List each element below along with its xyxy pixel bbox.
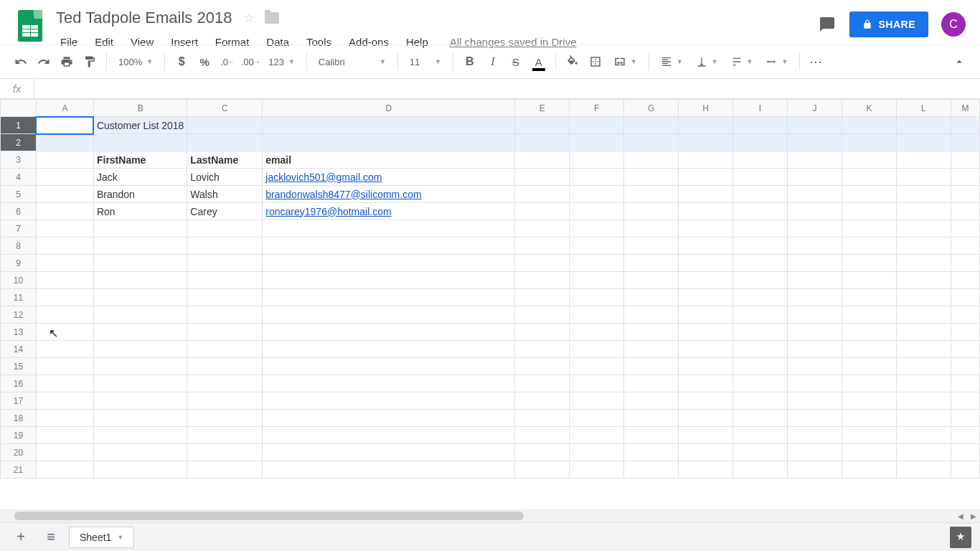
cell[interactable] — [679, 461, 733, 479]
cell[interactable] — [733, 461, 788, 479]
cell[interactable] — [733, 444, 788, 461]
cell[interactable] — [515, 117, 570, 134]
cell[interactable]: roncarey1976@hotmail.com — [263, 203, 515, 220]
cell[interactable] — [187, 427, 263, 444]
cell[interactable] — [263, 220, 515, 237]
row-header[interactable]: 3 — [1, 151, 37, 169]
column-header[interactable]: I — [733, 100, 788, 117]
row-header[interactable]: 15 — [1, 358, 37, 375]
row-header[interactable]: 7 — [1, 220, 37, 237]
cell[interactable] — [93, 341, 187, 358]
cell[interactable] — [733, 410, 788, 427]
cell[interactable] — [624, 255, 679, 272]
cell[interactable] — [624, 151, 679, 169]
cell[interactable] — [951, 255, 979, 272]
cell[interactable] — [788, 375, 842, 392]
cell[interactable] — [570, 358, 624, 375]
comments-icon[interactable] — [818, 15, 837, 34]
cell[interactable] — [36, 134, 93, 151]
cell[interactable] — [36, 358, 93, 375]
cell[interactable] — [187, 410, 263, 427]
undo-button[interactable] — [10, 51, 32, 72]
cell[interactable] — [788, 306, 842, 324]
cell[interactable] — [733, 358, 788, 375]
cell[interactable] — [263, 392, 515, 410]
row-header[interactable]: 6 — [1, 203, 37, 220]
borders-button[interactable] — [585, 51, 606, 72]
cell[interactable] — [93, 392, 187, 410]
cell[interactable] — [842, 289, 896, 306]
row-header[interactable]: 10 — [1, 272, 37, 289]
cell[interactable] — [515, 324, 570, 341]
row-header[interactable]: 5 — [1, 186, 37, 203]
cell[interactable] — [570, 186, 624, 203]
cell[interactable] — [570, 341, 624, 358]
cell[interactable] — [187, 341, 263, 358]
cell[interactable] — [570, 427, 624, 444]
percent-button[interactable]: % — [194, 51, 215, 72]
cell[interactable] — [842, 203, 896, 220]
cell[interactable] — [788, 203, 842, 220]
text-color-button[interactable]: A — [528, 51, 550, 72]
font-size-dropdown[interactable]: 11▼ — [404, 51, 447, 72]
cell[interactable] — [36, 392, 93, 410]
cell[interactable] — [842, 151, 896, 169]
cell[interactable] — [842, 427, 896, 444]
row-header[interactable]: 4 — [1, 169, 37, 186]
cell[interactable] — [951, 169, 979, 186]
cell[interactable] — [679, 444, 733, 461]
cell[interactable] — [570, 169, 624, 186]
cell[interactable] — [36, 186, 93, 203]
cell[interactable] — [679, 306, 733, 324]
cell[interactable] — [93, 237, 187, 255]
cell[interactable] — [263, 444, 515, 461]
cell[interactable] — [93, 272, 187, 289]
row-header[interactable]: 19 — [1, 427, 37, 444]
cell[interactable] — [36, 117, 93, 134]
cell[interactable] — [570, 444, 624, 461]
row-header[interactable]: 13 — [1, 324, 37, 341]
cell[interactable] — [788, 151, 842, 169]
cell[interactable] — [36, 427, 93, 444]
cell[interactable] — [624, 461, 679, 479]
cell[interactable] — [93, 255, 187, 272]
cell[interactable] — [624, 272, 679, 289]
cell[interactable] — [36, 410, 93, 427]
cell[interactable] — [515, 427, 570, 444]
cell[interactable] — [951, 117, 979, 134]
cell[interactable] — [515, 375, 570, 392]
cell[interactable] — [733, 169, 788, 186]
cell[interactable] — [896, 358, 951, 375]
cell[interactable] — [570, 461, 624, 479]
cell[interactable] — [842, 324, 896, 341]
cell[interactable] — [515, 272, 570, 289]
cell[interactable] — [679, 186, 733, 203]
cell[interactable] — [679, 410, 733, 427]
column-header[interactable]: B — [93, 100, 187, 117]
cell[interactable] — [896, 410, 951, 427]
cell[interactable] — [896, 272, 951, 289]
cell[interactable] — [263, 341, 515, 358]
cell[interactable] — [36, 306, 93, 324]
cell[interactable] — [515, 151, 570, 169]
cell[interactable] — [93, 375, 187, 392]
cell[interactable] — [733, 427, 788, 444]
cell[interactable] — [896, 255, 951, 272]
cell[interactable] — [187, 306, 263, 324]
cell[interactable] — [951, 358, 979, 375]
cell[interactable] — [624, 358, 679, 375]
cell[interactable] — [951, 341, 979, 358]
scroll-right-button[interactable]: ▶ — [967, 512, 980, 520]
cell[interactable] — [624, 341, 679, 358]
cell[interactable] — [263, 375, 515, 392]
more-tools-button[interactable]: ⋯ — [806, 51, 827, 72]
column-header[interactable]: J — [788, 100, 842, 117]
column-header[interactable]: K — [842, 100, 896, 117]
cell[interactable] — [187, 220, 263, 237]
number-format-dropdown[interactable]: 123▼ — [263, 51, 301, 72]
cell[interactable] — [624, 324, 679, 341]
cell[interactable] — [187, 237, 263, 255]
cell[interactable] — [93, 358, 187, 375]
cell[interactable] — [679, 255, 733, 272]
row-header[interactable]: 8 — [1, 237, 37, 255]
